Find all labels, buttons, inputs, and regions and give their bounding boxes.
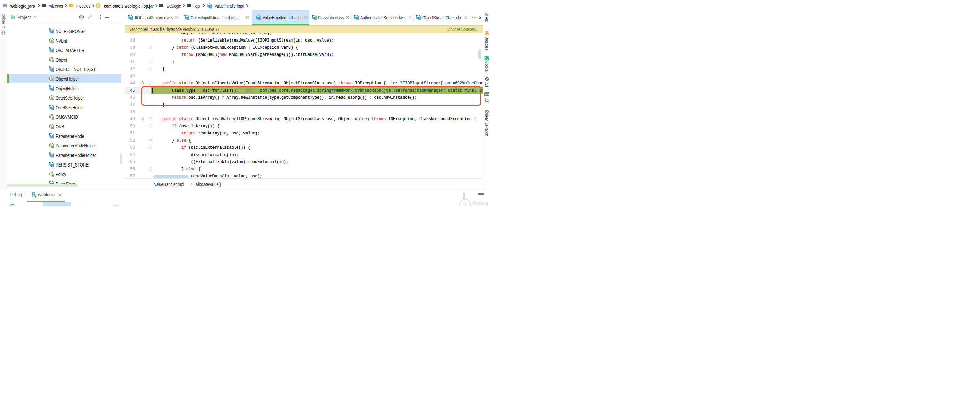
svg-text:JSF: JSF (485, 93, 489, 96)
